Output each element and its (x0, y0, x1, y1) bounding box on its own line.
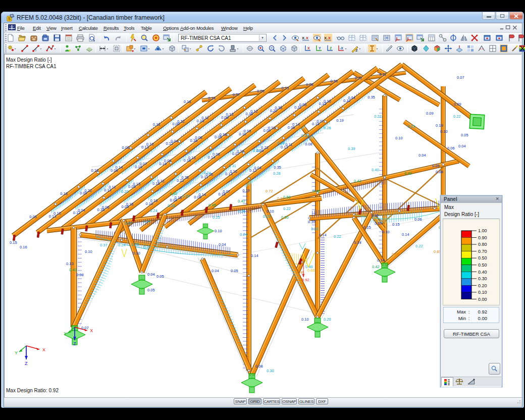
svg-text:0.22: 0.22 (374, 114, 382, 119)
svg-text:0.10: 0.10 (267, 209, 274, 214)
svg-text:0.15: 0.15 (392, 222, 400, 227)
svg-text:I: I (35, 48, 36, 52)
svg-text:0.22: 0.22 (283, 206, 291, 211)
svg-text:0.04: 0.04 (458, 144, 466, 148)
svg-text:0.06: 0.06 (195, 135, 202, 140)
svg-text:0.35: 0.35 (274, 165, 281, 170)
svg-text:0.10: 0.10 (146, 142, 154, 146)
svg-text:X: X (306, 36, 308, 40)
svg-text:0.42: 0.42 (354, 179, 361, 183)
svg-text:0.04: 0.04 (418, 153, 426, 158)
svg-text:0.08: 0.08 (436, 170, 443, 174)
svg-text:0.14: 0.14 (319, 233, 327, 237)
svg-text:0.22: 0.22 (415, 244, 423, 248)
svg-text:0.18: 0.18 (219, 132, 227, 137)
svg-text:0.08: 0.08 (255, 364, 263, 369)
svg-text:0.92: 0.92 (302, 278, 309, 282)
svg-text:0.04: 0.04 (212, 269, 219, 273)
svg-text:0.20: 0.20 (121, 189, 129, 194)
svg-text:0.19: 0.19 (436, 123, 443, 128)
svg-text:0.15: 0.15 (10, 240, 17, 245)
svg-text:0.08: 0.08 (76, 273, 84, 277)
svg-text:0.37: 0.37 (125, 221, 132, 226)
svg-text:0.12: 0.12 (250, 109, 258, 114)
svg-text:X.: X. (324, 36, 328, 40)
svg-text:0.05: 0.05 (147, 288, 155, 292)
svg-text:0.07: 0.07 (317, 119, 324, 124)
svg-text:0.10: 0.10 (382, 230, 390, 234)
svg-text:0.19: 0.19 (244, 129, 251, 133)
svg-text:-X: -X (340, 46, 343, 50)
svg-text:0.31: 0.31 (229, 164, 236, 168)
svg-text:0.04: 0.04 (171, 139, 178, 143)
svg-text:0.38: 0.38 (277, 141, 285, 145)
svg-text:0.28: 0.28 (168, 203, 175, 208)
svg-text:0.40: 0.40 (372, 168, 379, 172)
svg-text:0.22: 0.22 (84, 188, 92, 193)
svg-text:0.10: 0.10 (215, 229, 222, 233)
svg-text:0.24: 0.24 (118, 243, 126, 247)
svg-text:0.14: 0.14 (402, 232, 409, 237)
svg-text:0.14: 0.14 (354, 240, 361, 245)
svg-text:0.37: 0.37 (100, 243, 108, 247)
svg-text:0.23: 0.23 (301, 133, 309, 138)
svg-text:0.27: 0.27 (143, 245, 151, 249)
svg-text:0.16: 0.16 (237, 149, 244, 153)
svg-text:0.04: 0.04 (348, 95, 355, 100)
svg-text:0.29: 0.29 (182, 194, 190, 198)
svg-text:0.05: 0.05 (156, 274, 164, 279)
svg-text:0.13: 0.13 (133, 182, 140, 186)
svg-text:0.14: 0.14 (377, 258, 385, 262)
svg-text:0.18: 0.18 (268, 126, 276, 130)
svg-text:0.24: 0.24 (150, 208, 158, 213)
svg-text:X: X (42, 347, 45, 352)
svg-text:0.12: 0.12 (157, 179, 165, 183)
svg-text:0.16: 0.16 (60, 191, 68, 196)
svg-text:0.16: 0.16 (20, 245, 27, 249)
svg-text:0.07: 0.07 (457, 75, 464, 80)
svg-text:X: X (328, 36, 331, 40)
svg-text:0.14: 0.14 (292, 122, 300, 127)
svg-text:0.08: 0.08 (213, 152, 220, 156)
svg-text:0.24: 0.24 (240, 232, 247, 237)
svg-text:0.22: 0.22 (177, 119, 185, 124)
svg-text:0.09: 0.09 (454, 102, 461, 107)
svg-text:0.50: 0.50 (478, 262, 487, 268)
svg-text:0.80: 0.80 (478, 242, 487, 247)
svg-text:0.39: 0.39 (348, 146, 355, 151)
svg-text:0.22: 0.22 (261, 145, 269, 150)
svg-text:0.65: 0.65 (392, 252, 399, 256)
svg-text:0.10: 0.10 (308, 220, 316, 224)
svg-text:5: 5 (8, 16, 11, 21)
svg-text:0.23: 0.23 (263, 214, 271, 219)
svg-text:0.50: 0.50 (281, 215, 289, 220)
svg-text:0.40: 0.40 (305, 265, 313, 269)
svg-text:Y: Y (15, 350, 18, 355)
svg-text:0.18: 0.18 (91, 168, 98, 173)
svg-text:0.10: 0.10 (133, 251, 140, 255)
svg-text:X.: X. (302, 36, 305, 40)
svg-text:0.26: 0.26 (324, 126, 331, 130)
svg-text:0.90: 0.90 (478, 235, 487, 240)
svg-text:0.04: 0.04 (254, 166, 261, 170)
svg-text:0.13: 0.13 (282, 86, 289, 90)
svg-text:0.24: 0.24 (203, 171, 211, 175)
svg-text:0.08: 0.08 (306, 82, 313, 87)
svg-text:0.14: 0.14 (198, 192, 206, 197)
svg-text:Z: Z (25, 361, 28, 366)
svg-text:0.23: 0.23 (407, 124, 415, 129)
svg-text:0.05: 0.05 (461, 133, 468, 137)
svg-text:0.18: 0.18 (174, 195, 182, 200)
svg-text:0.10: 0.10 (395, 136, 403, 140)
svg-text:0.16: 0.16 (330, 79, 338, 83)
svg-text:0.10: 0.10 (85, 249, 92, 254)
svg-text:0.14: 0.14 (116, 165, 123, 170)
svg-text:0.07: 0.07 (140, 162, 147, 166)
svg-text:0.35: 0.35 (368, 95, 375, 99)
svg-text:0.18: 0.18 (126, 202, 134, 206)
svg-text:0.70: 0.70 (478, 249, 487, 254)
svg-text:0.20: 0.20 (478, 283, 487, 288)
svg-text:0.09: 0.09 (375, 221, 382, 226)
svg-text:0.07: 0.07 (223, 189, 230, 194)
svg-text:0.10: 0.10 (478, 290, 487, 295)
